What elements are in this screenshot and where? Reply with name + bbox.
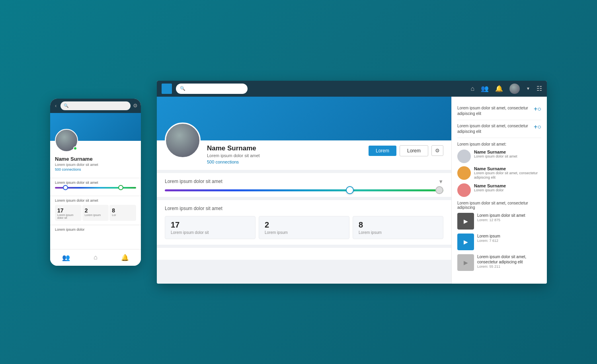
sidebar-person-2-name: Name Surname (474, 166, 541, 171)
sidebar-media-1: ▶ Lorem ipsum dolor sit amet Lorem: 12 8… (457, 213, 541, 230)
slider-title: Lorem ipsum dolor sit amet (165, 179, 222, 184)
sidebar-media-1-thumb[interactable]: ▶ (457, 213, 474, 230)
topbar-grid-icon[interactable]: ☷ (537, 85, 542, 92)
mobile-slider-track[interactable] (55, 187, 136, 189)
sidebar-person-3-name: Name Surname (474, 183, 541, 188)
sidebar-person-3: Name Surname Lorem ipsum dolor (457, 183, 541, 197)
profile-avatar-wrap (165, 123, 201, 158)
sidebar-person-3-info: Name Surname Lorem ipsum dolor (474, 183, 541, 193)
sidebar-person-3-sub: Lorem ipsum dolor (474, 188, 541, 193)
topbar-home-icon[interactable]: ⌂ (470, 85, 474, 92)
stats-card: Lorem ipsum dolor sit amet 17 Lorem ipsu… (157, 200, 451, 245)
mobile-stat-3: 8 Lor (109, 205, 136, 221)
mobile-stat-1-label: Lorem ipsum dolor sit (57, 214, 79, 219)
profile-actions: Lorem Lorem ⚙ (369, 140, 443, 156)
mobile-stat-1: 17 Lorem ipsum dolor sit (55, 205, 82, 221)
mobile-device: ‹ 🔍 ⚙ Name Surname Lorem ipsum dolor sit… (50, 99, 141, 266)
sidebar-media-2-thumb[interactable]: ▶ (457, 234, 474, 250)
stat-3-number: 8 (359, 220, 437, 230)
sidebar-item-1: Lorem ipsum dolor sit amet, consectetur … (457, 102, 541, 120)
topbar-people-icon[interactable]: 👥 (481, 85, 489, 92)
stat-2-label: Lorem ipsum (265, 230, 343, 235)
profile-text: Name Surname Lorem ipsum dolor sit amet … (207, 140, 362, 164)
mobile-stat-3-number: 8 (112, 207, 134, 214)
profile-subtitle: Lorem ipsum dolor sit amet (207, 153, 362, 158)
mobile-stats-row: 17 Lorem ipsum dolor sit 2 Lorem ipsum 8… (55, 205, 136, 221)
sidebar-media-3-sub: Lorem: 55 211 (477, 265, 541, 269)
slider-thumb[interactable] (346, 186, 354, 194)
profile-connections-link[interactable]: 500 connections (207, 160, 362, 164)
mobile-gear-icon[interactable]: ⚙ (133, 103, 138, 109)
sidebar-media-3-info: Lorem ipsum dolor sit amet, consectetur … (477, 254, 541, 269)
desktop-topbar: 🔍 ⌂ 👥 🔔 ▼ ☷ (157, 81, 547, 97)
mobile-search-bar[interactable]: 🔍 (60, 101, 131, 110)
mobile-profile-section: Name Surname Lorem ipsum dolor sit amet … (50, 141, 141, 175)
sidebar-media-2-play-icon: ▶ (464, 239, 468, 245)
mobile-profile-subtitle: Lorem ipsum dolor sit amet (55, 163, 136, 167)
sidebar-section1-title: Lorem ipsum dolor sit amet: (457, 142, 541, 146)
slider-track[interactable] (165, 189, 443, 191)
mobile-stats-label: Lorem ipsum dolor sit amet (55, 199, 136, 202)
stats-card-title: Lorem ipsum dolor sit amet (165, 206, 443, 211)
desktop-main: Name Surname Lorem ipsum dolor sit amet … (157, 97, 451, 284)
mobile-nav-people-icon[interactable]: 👥 (62, 254, 70, 261)
sidebar-item-2-add-icon[interactable]: +○ (534, 123, 541, 130)
sidebar-section2-title: Lorem ipsum dolor sit amet, consectetur … (457, 201, 541, 210)
mobile-divider-2 (50, 196, 141, 196)
sidebar-person-1-name: Name Surname (474, 150, 541, 154)
profile-card: Name Surname Lorem ipsum dolor sit amet … (157, 97, 451, 170)
stat-3-label: Lorem ipsum (359, 230, 437, 235)
sidebar-media-1-info: Lorem ipsum dolor sit amet Lorem: 12 875 (477, 213, 541, 222)
mobile-slider-section: Lorem ipsum dolor sit amet (50, 181, 141, 192)
sidebar-person-2-sub: Lorem ipsum dolor sit amet, consectetur … (474, 171, 541, 180)
mobile-stat-2-number: 2 (85, 207, 107, 214)
mobile-stats-section: Lorem ipsum dolor sit amet 17 Lorem ipsu… (50, 199, 141, 221)
sidebar-person-1-avatar (457, 150, 471, 163)
sidebar-item-2: Lorem ipsum dolor sit amet, consectetur … (457, 120, 541, 138)
mobile-lorem-section: Lorem ipsum dolor (50, 228, 141, 232)
mobile-connections-link[interactable]: 500 connections (55, 167, 136, 171)
sidebar-media-2: ▶ Lorem ipsum Lorem: 7 612 (457, 234, 541, 250)
mobile-stat-2: 2 Lorem ipsum (82, 205, 109, 221)
mobile-nav-home-icon[interactable]: ⌂ (94, 254, 98, 261)
connect-button[interactable]: Lorem (369, 146, 396, 156)
message-button[interactable]: Lorem (400, 145, 428, 156)
topbar-avatar[interactable] (509, 84, 520, 94)
scene: ‹ 🔍 ⚙ Name Surname Lorem ipsum dolor sit… (34, 65, 563, 300)
mobile-slider-thumb-left[interactable] (63, 185, 68, 190)
stat-1-number: 17 (171, 220, 250, 230)
slider-chevron-icon[interactable]: ▼ (438, 179, 443, 185)
desktop-app: 🔍 ⌂ 👥 🔔 ▼ ☷ (157, 81, 547, 284)
sidebar-person-2-info: Name Surname Lorem ipsum dolor sit amet,… (474, 166, 541, 180)
sidebar-media-3: ▶ Lorem ipsum dolor sit amet, consectetu… (457, 254, 541, 271)
sidebar-item-1-text: Lorem ipsum dolor sit amet, consectetur … (457, 105, 531, 117)
stat-cell-3: 8 Lorem ipsum (353, 216, 443, 239)
mobile-back-button[interactable]: ‹ (53, 102, 58, 109)
sidebar-person-2: Name Surname Lorem ipsum dolor sit amet,… (457, 166, 541, 180)
topbar-search-bar[interactable]: 🔍 (176, 84, 248, 94)
mobile-nav-bell-icon[interactable]: 🔔 (121, 254, 129, 261)
sidebar-media-1-title: Lorem ipsum dolor sit amet (477, 213, 541, 218)
stat-2-number: 2 (265, 220, 343, 230)
sidebar-item-2-text: Lorem ipsum dolor sit amet, consectetur … (457, 123, 531, 134)
mobile-topbar: ‹ 🔍 ⚙ (50, 99, 141, 113)
mobile-online-indicator (73, 146, 77, 150)
sidebar-media-3-thumb[interactable]: ▶ (457, 254, 474, 271)
sidebar-media-1-sub: Lorem: 12 875 (477, 218, 541, 222)
topbar-icons: ⌂ 👥 🔔 ▼ ☷ (470, 84, 542, 94)
mobile-divider-3 (50, 225, 141, 225)
slider-card: Lorem ipsum dolor sit amet ▼ (157, 173, 451, 197)
mobile-slider-thumb-right[interactable] (118, 185, 123, 190)
mobile-lorem-label: Lorem ipsum dolor (55, 228, 136, 232)
settings-button[interactable]: ⚙ (431, 145, 443, 156)
sidebar-media-3-title: Lorem ipsum dolor sit amet, consectetur … (477, 254, 541, 265)
topbar-logo (162, 84, 172, 94)
topbar-chevron-icon[interactable]: ▼ (526, 86, 530, 91)
stat-cell-1: 17 Lorem ipsum dolor sit (165, 216, 256, 239)
profile-info-row: Name Surname Lorem ipsum dolor sit amet … (157, 140, 451, 170)
sidebar-item-1-add-icon[interactable]: +○ (534, 105, 541, 113)
sidebar-person-1-sub: Lorem ipsum dolor sit amet (474, 154, 541, 159)
topbar-bell-icon[interactable]: 🔔 (495, 85, 503, 92)
mobile-slider-label: Lorem ipsum dolor sit amet (55, 181, 136, 185)
mobile-bottom-nav: 👥 ⌂ 🔔 (50, 249, 141, 266)
